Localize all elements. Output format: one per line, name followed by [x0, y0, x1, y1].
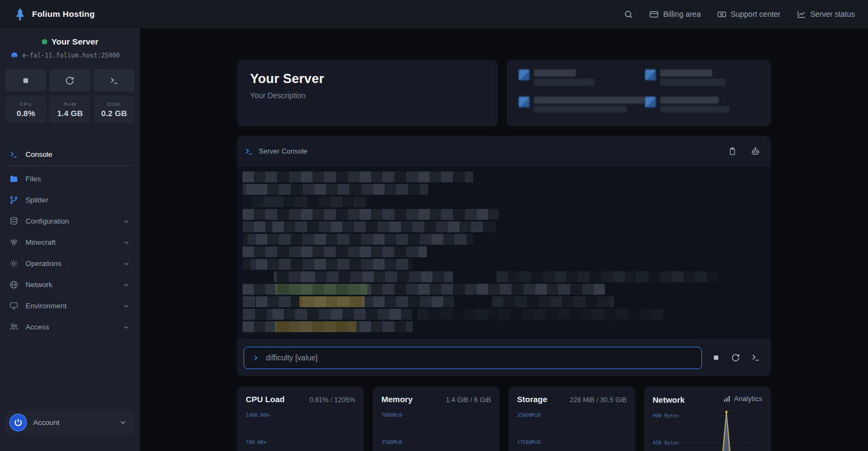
- stat-card-title: CPU Load: [246, 395, 285, 404]
- sidebar-item-label: Operations: [25, 259, 61, 268]
- folder-icon: [9, 174, 18, 183]
- resource-stats: CPU 0.8% RAM 1.4 GB DISK 0.2 GB: [5, 96, 135, 123]
- sidebar: Your Server e-fal-11.folium.host:25000: [0, 28, 140, 451]
- memory-card: Memory 1.4 GiB / 6 GiB 7000MiB 3500MiB: [373, 386, 500, 451]
- analytics-label: Analytics: [734, 395, 762, 403]
- analytics-link[interactable]: Analytics: [723, 395, 762, 403]
- server-overview-card: Your Server Your Description: [237, 60, 498, 126]
- server-status-dot: [42, 39, 47, 45]
- cpu-load-card: CPU Load 0.81% / 1205% 1400.00% 700.00%: [237, 386, 364, 451]
- power-controls: [5, 69, 135, 92]
- bot-icon[interactable]: [751, 147, 760, 156]
- sidebar-item-configuration[interactable]: Configuration: [5, 211, 135, 232]
- chevron-down-icon: [123, 302, 130, 310]
- sidebar-item-network[interactable]: Network: [5, 274, 135, 295]
- network-card: Network Analytics 900 Bytes 450 Bytes: [644, 386, 771, 451]
- cpu-load-chart: 1400.00% 700.00%: [246, 408, 355, 451]
- console-button[interactable]: [94, 69, 135, 92]
- console-header: Server Console: [237, 136, 771, 167]
- sidebar-item-label: Configuration: [25, 217, 69, 225]
- server-details-card-redacted: [507, 60, 771, 126]
- clipboard-icon[interactable]: [728, 147, 737, 156]
- sidebar-item-console[interactable]: Console: [5, 143, 135, 166]
- chevron-down-icon: [119, 418, 127, 427]
- sidebar-item-access[interactable]: Access: [5, 316, 135, 338]
- network-chart: 900 Bytes 450 Bytes: [653, 409, 762, 451]
- nav-label: Billing area: [663, 10, 700, 18]
- console-title: Server Console: [259, 147, 308, 155]
- server-address[interactable]: e-fal-11.folium.host:25000: [5, 51, 135, 59]
- redacted-icon: [645, 97, 656, 107]
- axis-tick: 3500MiB: [381, 440, 402, 445]
- account-label: Account: [33, 418, 60, 427]
- ticket-icon: [717, 10, 726, 19]
- sidebar-menu: Console Files Splitter Configuration: [5, 143, 135, 338]
- sidebar-item-files[interactable]: Files: [5, 168, 135, 189]
- chevron-down-icon: [123, 260, 130, 268]
- axis-tick: 17500MiB: [517, 440, 540, 445]
- storage-card: Storage 228 MiB / 30.5 GiB 35000MiB 1750…: [508, 386, 635, 451]
- server-description: Your Description: [250, 91, 485, 100]
- axis-tick: 35000MiB: [517, 412, 540, 418]
- chevron-down-icon: [123, 323, 130, 331]
- nav-billing-area[interactable]: Billing area: [649, 10, 700, 19]
- server-address-text: e-fal-11.folium.host:25000: [22, 52, 120, 59]
- sidebar-item-label: Network: [25, 281, 53, 289]
- main-content: Your Server Your Description: [140, 28, 868, 451]
- network-spike: [635, 409, 762, 451]
- redacted-icon: [645, 69, 656, 80]
- command-input[interactable]: [266, 353, 694, 362]
- server-head: Your Server e-fal-11.folium.host:25000: [5, 37, 135, 59]
- sidebar-item-label: Console: [25, 150, 53, 158]
- stat-card-value: 1.4 GiB / 6 GiB: [446, 396, 491, 404]
- chevron-right-icon: [252, 354, 260, 362]
- database-icon: [9, 217, 18, 226]
- sidebar-item-label: Access: [25, 323, 49, 331]
- stat-value: 0.2 GB: [101, 109, 127, 118]
- bar-chart-icon: [723, 395, 731, 403]
- sidebar-item-minecraft[interactable]: Minecraft: [5, 232, 135, 253]
- nav-server-status[interactable]: Server status: [797, 10, 855, 19]
- stat-label: DISK: [107, 101, 121, 107]
- sidebar-item-label: Splitter: [25, 196, 48, 204]
- chevron-down-icon: [123, 281, 130, 289]
- sidebar-item-label: Environment: [25, 302, 67, 310]
- redacted-icon: [519, 97, 529, 107]
- nav-support-center[interactable]: Support center: [717, 10, 781, 19]
- gear-icon: [9, 259, 18, 268]
- terminal-icon: [9, 150, 18, 159]
- chevron-down-icon: [123, 239, 130, 246]
- account-menu[interactable]: Account: [5, 410, 135, 435]
- stat-card-value: 0.81% / 1205%: [309, 396, 355, 404]
- nav-label: Support center: [731, 10, 781, 18]
- disk-stat: DISK 0.2 GB: [94, 96, 135, 123]
- credit-card-icon: [649, 10, 659, 19]
- restart-button[interactable]: [730, 352, 741, 363]
- sidebar-item-label: Files: [25, 175, 41, 183]
- redacted-icon: [519, 69, 529, 80]
- git-branch-icon: [9, 195, 18, 205]
- console-output-redacted[interactable]: [237, 167, 771, 339]
- monitor-icon: [9, 301, 18, 310]
- stop-button[interactable]: [711, 353, 721, 363]
- avatar: [9, 414, 27, 431]
- redacted-item: [519, 97, 645, 117]
- folium-tree-logo-icon: [13, 7, 27, 22]
- stat-card-title: Network: [653, 395, 685, 404]
- stop-button[interactable]: [5, 69, 46, 92]
- sidebar-item-splitter[interactable]: Splitter: [5, 189, 135, 211]
- redacted-item: [519, 69, 645, 90]
- redacted-item: [645, 97, 773, 117]
- globe-host-icon: [10, 51, 18, 59]
- ram-stat: RAM 1.4 GB: [49, 96, 90, 123]
- chevron-down-icon: [123, 218, 130, 225]
- sidebar-item-environment[interactable]: Environment: [5, 295, 135, 316]
- command-input-wrap: [244, 347, 702, 369]
- server-name: Your Server: [52, 37, 99, 47]
- search-icon[interactable]: [624, 10, 633, 19]
- restart-button[interactable]: [49, 69, 90, 92]
- brand[interactable]: Folium Hosting: [13, 7, 95, 22]
- sidebar-item-operations[interactable]: Operations: [5, 253, 135, 274]
- terminal-icon[interactable]: [750, 352, 761, 363]
- chart-icon: [797, 10, 806, 19]
